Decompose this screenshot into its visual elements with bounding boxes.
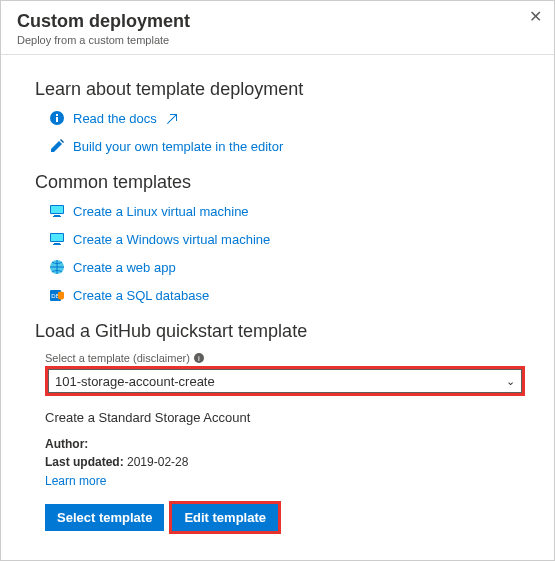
svg-rect-1: [56, 117, 58, 122]
custom-deployment-panel: Custom deployment Deploy from a custom t…: [0, 0, 555, 561]
template-select-highlight: 101-storage-account-create ⌄: [45, 366, 525, 396]
section-learn-title: Learn about template deployment: [35, 79, 520, 100]
link-web-app[interactable]: Create a web app: [49, 259, 520, 275]
chevron-down-icon: ⌄: [506, 375, 515, 388]
panel-body: Learn about template deployment Read the…: [1, 55, 554, 541]
monitor-icon: [49, 231, 65, 247]
template-meta: Author: Last updated: 2019-02-28: [45, 435, 520, 471]
info-icon: [49, 110, 65, 126]
pencil-icon: [49, 138, 65, 154]
template-description: Create a Standard Storage Account: [45, 410, 520, 425]
section-github-title: Load a GitHub quickstart template: [35, 321, 520, 342]
link-windows-vm[interactable]: Create a Windows virtual machine: [49, 231, 520, 247]
external-link-icon: [165, 111, 177, 126]
template-select-value: 101-storage-account-create: [55, 374, 215, 389]
link-build-own-text[interactable]: Build your own template in the editor: [73, 139, 283, 154]
select-template-label-text: Select a template (disclaimer): [45, 352, 190, 364]
link-build-own[interactable]: Build your own template in the editor: [49, 138, 520, 154]
link-read-docs[interactable]: Read the docs: [49, 110, 520, 126]
section-common-title: Common templates: [35, 172, 520, 193]
link-windows-vm-text[interactable]: Create a Windows virtual machine: [73, 232, 270, 247]
db-icon: DB: [49, 287, 65, 303]
link-read-docs-text[interactable]: Read the docs: [73, 111, 157, 126]
svg-rect-5: [54, 215, 60, 216]
svg-rect-2: [56, 114, 58, 116]
link-sql-db[interactable]: DB Create a SQL database: [49, 287, 520, 303]
close-icon[interactable]: ✕: [529, 9, 542, 25]
select-template-button[interactable]: Select template: [45, 504, 164, 531]
panel-title: Custom deployment: [17, 11, 538, 32]
template-select[interactable]: 101-storage-account-create ⌄: [48, 369, 522, 393]
link-linux-vm[interactable]: Create a Linux virtual machine: [49, 203, 520, 219]
learn-more-link[interactable]: Learn more: [45, 474, 106, 488]
link-web-app-text[interactable]: Create a web app: [73, 260, 176, 275]
monitor-icon: [49, 203, 65, 219]
author-label: Author:: [45, 437, 88, 451]
edit-template-button[interactable]: Edit template: [172, 504, 278, 531]
updated-label: Last updated:: [45, 455, 124, 469]
panel-header: Custom deployment Deploy from a custom t…: [1, 1, 554, 55]
select-template-label: Select a template (disclaimer) i: [45, 352, 520, 364]
link-linux-vm-text[interactable]: Create a Linux virtual machine: [73, 204, 249, 219]
updated-value: 2019-02-28: [127, 455, 188, 469]
svg-rect-8: [51, 234, 63, 241]
button-row: Select template Edit template: [45, 504, 520, 531]
svg-rect-6: [53, 216, 61, 217]
svg-rect-10: [53, 244, 61, 245]
panel-subtitle: Deploy from a custom template: [17, 34, 538, 46]
svg-rect-9: [54, 243, 60, 244]
link-sql-db-text[interactable]: Create a SQL database: [73, 288, 209, 303]
svg-rect-4: [51, 206, 63, 213]
globe-icon: [49, 259, 65, 275]
tooltip-icon[interactable]: i: [194, 353, 204, 363]
